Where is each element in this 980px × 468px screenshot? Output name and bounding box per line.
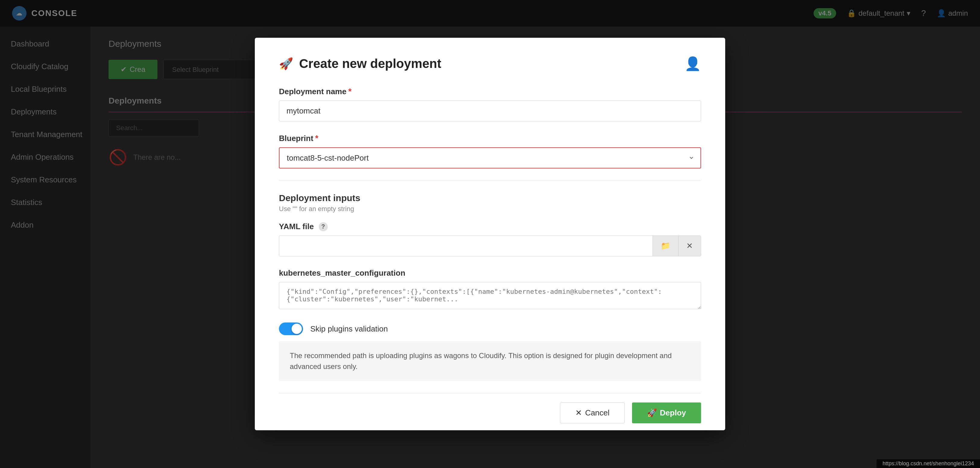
blueprint-select-wrapper: tomcat8-5-cst-nodePort (279, 147, 701, 168)
create-deployment-modal: 🚀 Create new deployment 👤 Deployment nam… (255, 38, 725, 430)
deployment-name-group: Deployment name * (279, 87, 701, 121)
section-divider (279, 180, 701, 181)
url-bar: https://blog.csdn.net/shenhonglei1234 (877, 459, 980, 468)
yaml-clear-button[interactable]: ✕ (678, 236, 701, 256)
yaml-help-icon[interactable]: ? (319, 222, 328, 231)
modal-header: 🚀 Create new deployment 👤 (279, 56, 701, 72)
k8s-config-textarea[interactable] (279, 282, 701, 309)
deploy-button[interactable]: 🚀 Deploy (632, 403, 701, 423)
yaml-file-input[interactable] (279, 236, 652, 256)
skip-plugins-row: Skip plugins validation (279, 323, 701, 335)
yaml-browse-button[interactable]: 📁 (652, 236, 678, 256)
k8s-config-group: kubernetes_master_configuration (279, 268, 701, 310)
blueprint-label: Blueprint * (279, 133, 701, 143)
skip-plugins-toggle[interactable] (279, 323, 303, 335)
yaml-file-input-row: 📁 ✕ (279, 235, 701, 256)
required-star: * (348, 87, 352, 96)
info-box: The recommended path is uploading plugin… (279, 341, 701, 381)
deploy-label: Deploy (660, 408, 686, 418)
k8s-label: kubernetes_master_configuration (279, 268, 701, 278)
deployment-name-input[interactable] (279, 101, 701, 121)
skip-plugins-label: Skip plugins validation (310, 324, 388, 334)
deployment-inputs-subtitle: Use "" for an empty string (279, 205, 701, 213)
blueprint-select[interactable]: tomcat8-5-cst-nodePort (279, 147, 701, 168)
person-icon: 👤 (684, 56, 701, 72)
blueprint-required-star: * (315, 133, 318, 143)
deployment-name-label: Deployment name * (279, 87, 701, 96)
modal-footer: ✕ Cancel 🚀 Deploy (279, 393, 701, 423)
deployment-inputs-section: Deployment inputs Use "" for an empty st… (279, 193, 701, 213)
close-icon: ✕ (686, 241, 693, 251)
blueprint-group: Blueprint * tomcat8-5-cst-nodePort (279, 133, 701, 168)
yaml-file-label: YAML file ? (279, 222, 701, 231)
modal-overlay[interactable]: 🚀 Create new deployment 👤 Deployment nam… (0, 0, 980, 468)
deployment-inputs-heading: Deployment inputs (279, 193, 701, 203)
deploy-rocket-icon: 🚀 (647, 408, 657, 418)
cancel-button[interactable]: ✕ Cancel (560, 403, 625, 423)
rocket-icon: 🚀 (279, 57, 293, 70)
modal-title-group: 🚀 Create new deployment (279, 56, 441, 71)
cancel-label: Cancel (585, 408, 609, 418)
toggle-knob (291, 324, 302, 334)
yaml-file-group: YAML file ? 📁 ✕ (279, 222, 701, 256)
modal-title-text: Create new deployment (299, 56, 441, 71)
cancel-x-icon: ✕ (575, 408, 582, 418)
folder-icon: 📁 (661, 241, 670, 251)
